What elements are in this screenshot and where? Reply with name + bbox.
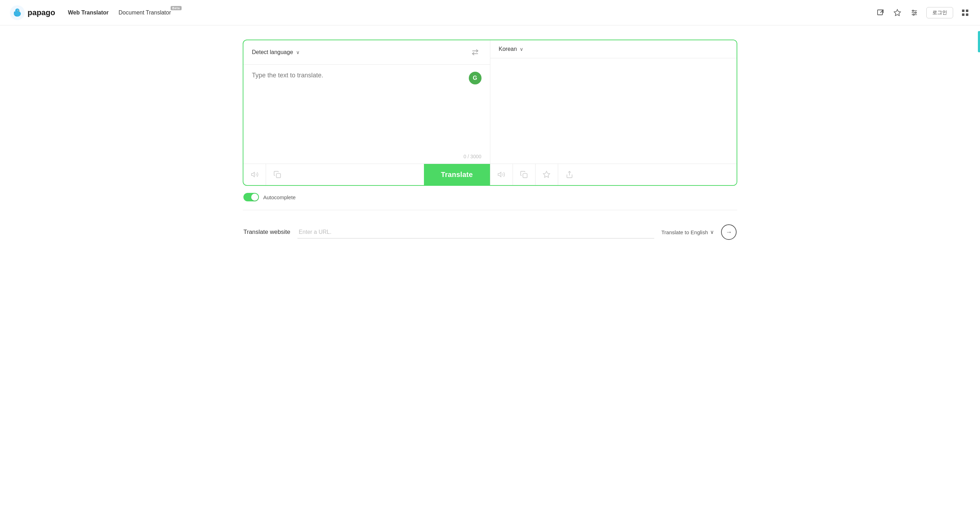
- svg-rect-5: [878, 10, 883, 15]
- svg-marker-6: [894, 9, 900, 15]
- svg-marker-17: [251, 172, 254, 177]
- header-right: 로그인: [875, 7, 970, 18]
- nav-web-translator[interactable]: Web Translator: [68, 10, 108, 16]
- header: papago Web Translator Document Translato…: [0, 0, 980, 25]
- target-header: Korean ∨: [490, 40, 737, 58]
- translator-area: Detect language ∨ G 0 / 3000: [243, 40, 737, 186]
- source-header: Detect language ∨: [243, 40, 490, 65]
- login-button[interactable]: 로그인: [926, 7, 953, 18]
- grid-apps-icon[interactable]: [960, 8, 970, 18]
- section-divider: [243, 210, 737, 210]
- char-count: 0 / 3000: [243, 151, 490, 164]
- svg-point-10: [913, 10, 914, 11]
- source-copy-button[interactable]: [266, 164, 289, 185]
- target-language-selector[interactable]: Korean ∨: [499, 46, 523, 52]
- translate-button[interactable]: Translate: [424, 164, 490, 185]
- go-arrow-icon: →: [725, 229, 732, 236]
- target-panel: Korean ∨: [490, 40, 737, 185]
- url-input[interactable]: [298, 226, 654, 239]
- svg-rect-13: [962, 10, 964, 12]
- source-panel: Detect language ∨ G 0 / 3000: [243, 40, 490, 185]
- svg-rect-15: [962, 13, 964, 16]
- target-share-button[interactable]: [558, 164, 581, 185]
- svg-rect-14: [966, 10, 968, 12]
- target-output: [490, 58, 737, 164]
- autocomplete-row: Autocomplete: [243, 193, 737, 201]
- target-footer: [490, 164, 737, 185]
- svg-marker-21: [543, 171, 550, 177]
- nav-document-translator[interactable]: Document Translator Beta: [119, 10, 171, 16]
- logo-area[interactable]: papago: [10, 5, 55, 20]
- settings-icon[interactable]: [909, 8, 919, 18]
- target-language-label: Korean: [499, 46, 517, 52]
- source-language-label: Detect language: [252, 49, 293, 56]
- green-accent-bar: [978, 31, 980, 52]
- papago-bird-icon: [10, 5, 25, 20]
- translate-to-selector[interactable]: Translate to English ∨: [661, 229, 714, 235]
- logo-text: papago: [27, 8, 55, 17]
- svg-rect-20: [523, 174, 527, 178]
- main-content: Detect language ∨ G 0 / 3000: [0, 25, 980, 261]
- beta-badge: Beta: [171, 6, 182, 10]
- main-nav: Web Translator Document Translator Beta: [68, 10, 171, 16]
- source-text-input[interactable]: [252, 72, 482, 150]
- svg-rect-18: [276, 174, 280, 178]
- svg-point-12: [913, 14, 914, 15]
- source-language-chevron: ∨: [296, 49, 299, 55]
- toggle-knob: [251, 194, 258, 201]
- website-translate-label: Translate website: [243, 229, 290, 236]
- translate-to-label: Translate to English: [661, 229, 708, 235]
- target-language-chevron: ∨: [520, 46, 523, 52]
- source-footer: Translate: [243, 164, 490, 185]
- source-speak-button[interactable]: [243, 164, 266, 185]
- favorite-icon[interactable]: [892, 8, 902, 18]
- swap-languages-button[interactable]: [469, 46, 482, 59]
- autocomplete-label: Autocomplete: [263, 194, 296, 200]
- source-language-selector[interactable]: Detect language ∨: [252, 49, 299, 56]
- website-translate-section: Translate website Translate to English ∨…: [243, 225, 737, 240]
- autocomplete-toggle[interactable]: [243, 193, 259, 201]
- target-copy-button[interactable]: [513, 164, 536, 185]
- grammarly-icon[interactable]: G: [469, 72, 482, 84]
- svg-point-2: [15, 8, 19, 13]
- svg-point-4: [18, 10, 19, 11]
- svg-point-11: [915, 12, 916, 13]
- target-favorite-button[interactable]: [536, 164, 558, 185]
- translate-to-chevron: ∨: [710, 229, 714, 235]
- svg-rect-16: [966, 13, 968, 16]
- svg-marker-19: [498, 172, 501, 177]
- go-button[interactable]: →: [721, 225, 737, 240]
- target-speak-button[interactable]: [490, 164, 513, 185]
- source-input-wrap: G: [243, 65, 490, 151]
- external-link-icon[interactable]: [875, 8, 885, 18]
